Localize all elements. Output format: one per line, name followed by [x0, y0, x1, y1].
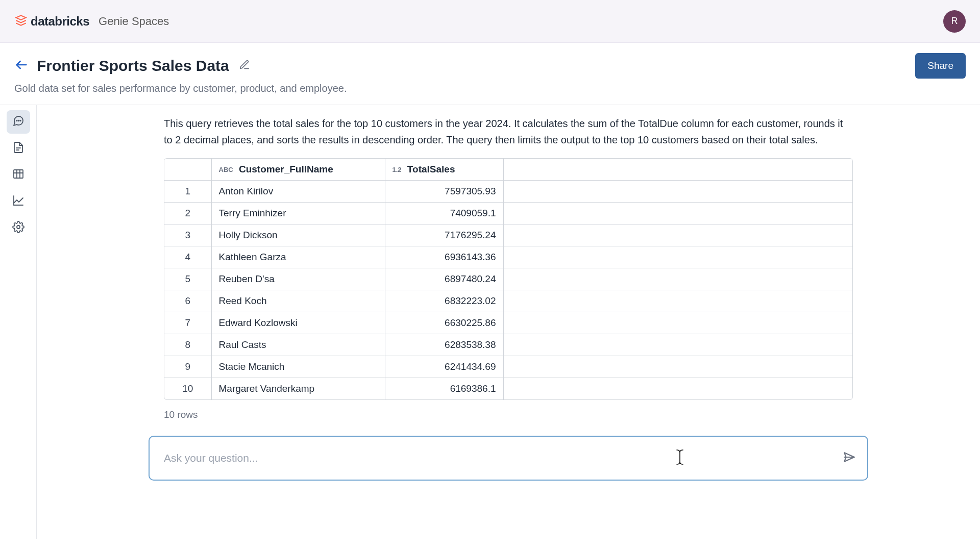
row-index: 3 [164, 224, 211, 246]
row-index: 7 [164, 312, 211, 334]
cell-total-sales: 7597305.93 [385, 181, 503, 203]
cell-total-sales: 7409059.1 [385, 203, 503, 224]
string-type-icon: ABC [219, 166, 233, 173]
results-table-card: ABC Customer_FullName 1.2 TotalSales 1An… [164, 158, 853, 400]
chat-input-wrap [149, 436, 868, 481]
table-row[interactable]: 4Kathleen Garza6936143.36 [164, 246, 852, 268]
cell-blank [503, 203, 852, 224]
gear-icon [12, 221, 24, 235]
cell-total-sales: 6169386.1 [385, 378, 503, 400]
cell-total-sales: 6630225.86 [385, 312, 503, 334]
cell-customer-name: Kathleen Garza [211, 246, 385, 268]
cell-total-sales: 6283538.38 [385, 334, 503, 356]
pencil-icon [239, 59, 250, 72]
cell-customer-name: Reuben D'sa [211, 268, 385, 290]
col-header-name[interactable]: ABC Customer_FullName [211, 159, 385, 181]
table-row[interactable]: 6Reed Koch6832223.02 [164, 290, 852, 312]
sidebar-item-doc[interactable] [7, 137, 30, 160]
cell-customer-name: Edward Kozlowski [211, 312, 385, 334]
arrow-left-icon [14, 58, 29, 74]
table-row[interactable]: 10Margaret Vanderkamp6169386.1 [164, 378, 852, 400]
cell-customer-name: Stacie Mcanich [211, 356, 385, 378]
row-index: 2 [164, 203, 211, 224]
document-icon [12, 141, 24, 156]
table-row[interactable]: 3Holly Dickson7176295.24 [164, 224, 852, 246]
cell-total-sales: 7176295.24 [385, 224, 503, 246]
brand-name: databricks [31, 14, 89, 29]
send-button[interactable] [843, 450, 856, 466]
table-row[interactable]: 9Stacie Mcanich6241434.69 [164, 356, 852, 378]
cell-blank [503, 334, 852, 356]
user-avatar[interactable]: R [943, 10, 966, 33]
col-header-blank [503, 159, 852, 181]
line-chart-icon [12, 194, 24, 209]
chat-input[interactable] [149, 436, 868, 481]
svg-point-12 [17, 226, 20, 229]
databricks-logo-icon [14, 14, 28, 29]
cell-total-sales: 6832223.02 [385, 290, 503, 312]
cell-blank [503, 312, 852, 334]
cell-customer-name: Anton Kirilov [211, 181, 385, 203]
row-index: 4 [164, 246, 211, 268]
top-bar-left: databricks Genie Spaces [14, 14, 169, 29]
row-index: 8 [164, 334, 211, 356]
cell-blank [503, 378, 852, 400]
main-content: This query retrieves the total sales for… [37, 105, 980, 539]
sidebar-item-table[interactable] [7, 163, 30, 187]
page-title: Frontier Sports Sales Data [37, 57, 229, 74]
table-row[interactable]: 8Raul Casts6283538.38 [164, 334, 852, 356]
svg-rect-6 [14, 170, 23, 178]
breadcrumb[interactable]: Genie Spaces [99, 15, 169, 28]
table-row[interactable]: 7Edward Kozlowski6630225.86 [164, 312, 852, 334]
svg-point-1 [16, 120, 17, 121]
table-row[interactable]: 1Anton Kirilov7597305.93 [164, 181, 852, 203]
cell-blank [503, 356, 852, 378]
svg-point-2 [18, 120, 19, 121]
cell-customer-name: Holly Dickson [211, 224, 385, 246]
row-index: 10 [164, 378, 211, 400]
send-icon [843, 457, 856, 465]
col-header-sales[interactable]: 1.2 TotalSales [385, 159, 503, 181]
results-table: ABC Customer_FullName 1.2 TotalSales 1An… [164, 159, 852, 399]
cell-total-sales: 6936143.36 [385, 246, 503, 268]
avatar-initial: R [951, 16, 958, 27]
cell-blank [503, 224, 852, 246]
sidebar-item-chat[interactable] [7, 110, 30, 134]
top-bar: databricks Genie Spaces R [0, 0, 980, 43]
col-header-name-label: Customer_FullName [239, 164, 333, 174]
share-button[interactable]: Share [915, 53, 966, 79]
table-icon [12, 168, 24, 182]
sidebar-item-settings[interactable] [7, 216, 30, 240]
row-index: 5 [164, 268, 211, 290]
chat-bubble-icon [12, 115, 24, 129]
edit-title-button[interactable] [237, 59, 252, 73]
cell-total-sales: 6897480.24 [385, 268, 503, 290]
cell-blank [503, 246, 852, 268]
page-subtitle: Gold data set for sales performance by c… [0, 83, 980, 105]
cell-customer-name: Raul Casts [211, 334, 385, 356]
sidebar-item-chart[interactable] [7, 190, 30, 213]
sidebar [0, 105, 37, 539]
number-type-icon: 1.2 [393, 166, 402, 173]
row-index: 6 [164, 290, 211, 312]
table-row[interactable]: 2Terry Eminhizer7409059.1 [164, 203, 852, 224]
cell-blank [503, 290, 852, 312]
col-header-sales-label: TotalSales [407, 164, 455, 174]
cell-blank [503, 268, 852, 290]
cell-blank [503, 181, 852, 203]
body: This query retrieves the total sales for… [0, 105, 980, 539]
svg-point-3 [20, 120, 21, 121]
row-index: 9 [164, 356, 211, 378]
query-description: This query retrieves the total sales for… [164, 115, 853, 148]
brand-logo[interactable]: databricks [14, 14, 89, 29]
cell-customer-name: Terry Eminhizer [211, 203, 385, 224]
table-row[interactable]: 5Reuben D'sa6897480.24 [164, 268, 852, 290]
row-index-header [164, 159, 211, 181]
cell-customer-name: Margaret Vanderkamp [211, 378, 385, 400]
page-header-left: Frontier Sports Sales Data [14, 57, 252, 74]
cell-total-sales: 6241434.69 [385, 356, 503, 378]
back-button[interactable] [14, 59, 29, 73]
row-count: 10 rows [164, 409, 853, 420]
page-header: Frontier Sports Sales Data Share [0, 43, 980, 83]
row-index: 1 [164, 181, 211, 203]
